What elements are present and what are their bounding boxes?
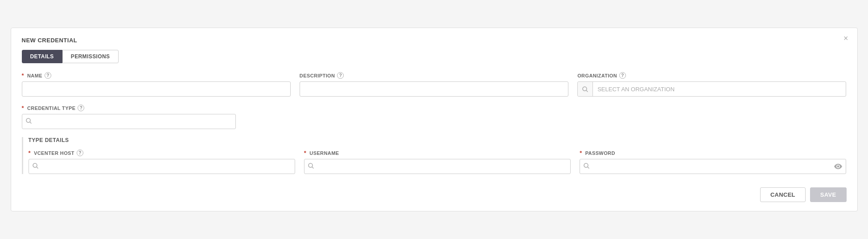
username-label-text: USERNAME [309,150,339,156]
credential-type-help-icon[interactable]: ? [78,105,84,111]
tab-details[interactable]: DETAILS [22,50,62,63]
tab-permissions[interactable]: PERMISSIONS [62,50,119,63]
organization-search-button[interactable] [578,82,593,96]
name-label: * NAME ? [22,72,291,79]
vcenter-host-input-wrapper [29,159,295,174]
username-label: * USERNAME [304,150,571,156]
description-input[interactable] [300,81,568,97]
vcenter-host-group: * VCENTER HOST ? [29,150,295,174]
description-help-icon[interactable]: ? [337,72,344,79]
vcenter-host-help-icon[interactable]: ? [77,150,83,156]
description-label: DESCRIPTION ? [300,72,568,79]
name-group: * NAME ? [22,72,291,97]
type-details-section: TYPE DETAILS * VCENTER HOST ? [22,137,847,174]
credential-type-label: * CREDENTIAL TYPE ? [22,105,847,111]
name-label-text: NAME [27,73,42,78]
description-label-text: DESCRIPTION [300,73,335,78]
password-required: * [580,150,582,156]
password-label-text: PASSWORD [585,150,615,156]
credential-type-input[interactable]: VMware vCenter [22,114,236,129]
organization-placeholder: SELECT AN ORGANIZATION [593,86,846,93]
row-credential-type: * CREDENTIAL TYPE ? VMware vCenter [22,105,847,129]
svg-line-1 [586,90,588,92]
password-group: * PASSWORD [580,150,846,174]
svg-point-0 [583,87,587,91]
organization-label: ORGANIZATION ? [577,72,846,79]
description-group: DESCRIPTION ? [300,72,568,97]
username-input[interactable] [304,159,571,174]
vcenter-host-label: * VCENTER HOST ? [29,150,295,156]
credential-type-group: * CREDENTIAL TYPE ? VMware vCenter [22,105,847,129]
organization-label-text: ORGANIZATION [577,73,617,78]
credential-type-label-text: CREDENTIAL TYPE [27,105,75,111]
footer: CANCEL SAVE [22,182,847,202]
eye-icon[interactable] [834,163,842,170]
vcenter-host-required: * [29,150,31,156]
organization-input-wrapper: SELECT AN ORGANIZATION [577,81,846,97]
type-details-title: TYPE DETAILS [29,137,847,143]
name-required: * [22,72,24,79]
password-input[interactable] [580,159,846,174]
close-button[interactable]: × [841,33,851,43]
credential-type-input-wrapper: VMware vCenter [22,114,847,129]
cancel-button[interactable]: CANCEL [760,187,806,202]
username-group: * USERNAME [304,150,571,174]
modal-title: NEW CREDENTIAL [22,37,847,44]
organization-group: ORGANIZATION ? SELECT AN ORGANIZATION [577,72,846,97]
vcenter-host-input[interactable] [29,159,295,174]
vcenter-host-label-text: VCENTER HOST [34,150,74,156]
name-input[interactable] [22,81,291,97]
password-input-wrapper [580,159,846,174]
credential-type-required: * [22,105,24,111]
tabs-container: DETAILS PERMISSIONS [22,50,847,63]
row-host-user-pass: * VCENTER HOST ? * U [29,150,847,174]
save-button[interactable]: SAVE [810,187,847,202]
organization-help-icon[interactable]: ? [619,72,626,79]
row-name-desc-org: * NAME ? DESCRIPTION ? ORGANIZATION ? [22,72,847,97]
username-required: * [304,150,306,156]
modal: × NEW CREDENTIAL DETAILS PERMISSIONS * N… [11,28,858,211]
password-label: * PASSWORD [580,150,846,156]
name-help-icon[interactable]: ? [45,72,51,79]
username-input-wrapper [304,159,571,174]
